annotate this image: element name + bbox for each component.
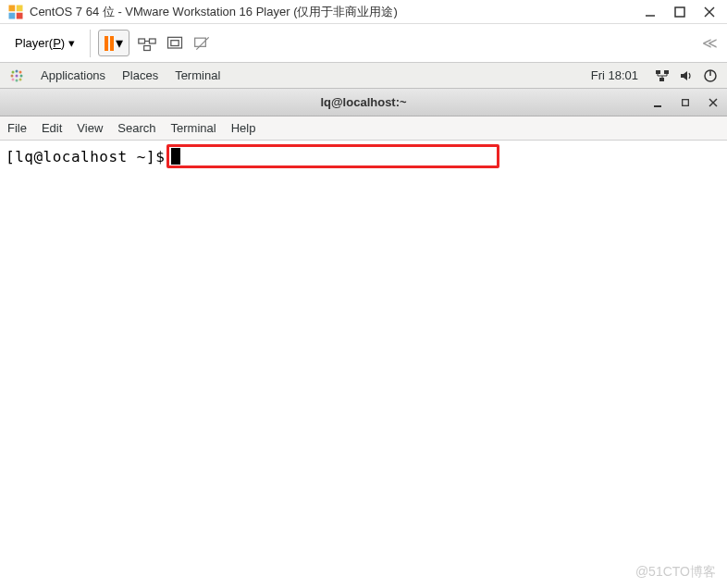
svg-rect-5: [675, 7, 684, 17]
terminal-body[interactable]: [lq@localhost ~]$: [0, 141, 727, 566]
vmware-logo-icon: [7, 4, 24, 20]
network-icon[interactable]: [655, 68, 670, 83]
svg-rect-36: [683, 99, 689, 105]
applications-menu[interactable]: Applications: [41, 68, 105, 82]
power-icon[interactable]: [703, 68, 718, 83]
svg-point-24: [19, 78, 22, 80]
svg-rect-8: [139, 39, 145, 43]
unity-mode-icon[interactable]: [192, 33, 213, 54]
svg-rect-1: [17, 5, 23, 11]
terminal-menubar: File Edit View Search Terminal Help: [0, 116, 727, 141]
send-ctrl-alt-del-icon[interactable]: [137, 33, 157, 54]
menu-edit[interactable]: Edit: [42, 121, 62, 135]
pause-icon: [105, 36, 114, 51]
svg-rect-26: [664, 70, 669, 74]
svg-rect-12: [168, 37, 182, 48]
svg-rect-9: [150, 39, 156, 43]
vmware-maximize-button[interactable]: [673, 6, 686, 18]
svg-point-20: [16, 74, 18, 77]
places-menu[interactable]: Places: [122, 68, 158, 82]
svg-rect-0: [9, 5, 16, 11]
clock[interactable]: Fri 18:01: [591, 68, 638, 82]
menu-file[interactable]: File: [7, 121, 27, 135]
svg-rect-27: [659, 78, 664, 81]
menu-search[interactable]: Search: [117, 121, 155, 135]
terminal-maximize-button[interactable]: [679, 96, 692, 109]
vmware-minimize-button[interactable]: [644, 6, 657, 18]
terminal-titlebar[interactable]: lq@localhost:~: [0, 89, 727, 116]
vm-pause-button[interactable]: ▾: [98, 30, 129, 56]
vmware-toolbar: Player(P) ▾ ▾ ≪: [0, 24, 727, 63]
terminal-close-button[interactable]: [707, 96, 720, 109]
fullscreen-icon[interactable]: [165, 33, 185, 54]
svg-point-18: [19, 70, 22, 73]
svg-line-15: [197, 37, 209, 49]
svg-rect-25: [656, 70, 660, 74]
svg-rect-3: [17, 12, 23, 18]
terminal-prompt: [lq@localhost ~]$: [6, 148, 165, 165]
svg-point-23: [16, 79, 18, 81]
terminal-minimize-button[interactable]: [651, 96, 664, 109]
svg-point-19: [11, 74, 14, 77]
svg-point-22: [12, 78, 15, 80]
menu-help[interactable]: Help: [231, 121, 256, 135]
vmware-titlebar: CentOS 7 64 位 - VMware Workstation 16 Pl…: [0, 0, 727, 24]
applications-icon: [9, 68, 24, 83]
svg-rect-13: [171, 40, 179, 45]
terminal-title: lq@localhost:~: [320, 95, 406, 109]
svg-point-16: [12, 70, 15, 73]
toolbar-divider: [90, 30, 91, 57]
player-menu-button[interactable]: Player(P) ▾: [7, 32, 82, 54]
vmware-close-button[interactable]: [703, 6, 716, 18]
terminal-cursor: [171, 148, 180, 165]
watermark: @51CTO博客: [635, 564, 716, 581]
menu-view[interactable]: View: [77, 121, 103, 135]
gnome-topbar: Applications Places Terminal Fri 18:01: [0, 63, 727, 89]
volume-icon[interactable]: [679, 68, 694, 83]
vmware-window-title: CentOS 7 64 位 - VMware Workstation 16 Pl…: [30, 4, 644, 20]
terminal-menu[interactable]: Terminal: [175, 68, 220, 82]
svg-point-21: [20, 74, 23, 77]
svg-marker-32: [681, 71, 687, 80]
svg-rect-2: [9, 12, 16, 18]
menu-terminal[interactable]: Terminal: [171, 121, 216, 135]
cycle-devices-icon[interactable]: ≪: [699, 33, 720, 54]
svg-rect-11: [144, 45, 151, 50]
highlight-annotation: [166, 144, 499, 168]
svg-point-17: [16, 69, 18, 72]
